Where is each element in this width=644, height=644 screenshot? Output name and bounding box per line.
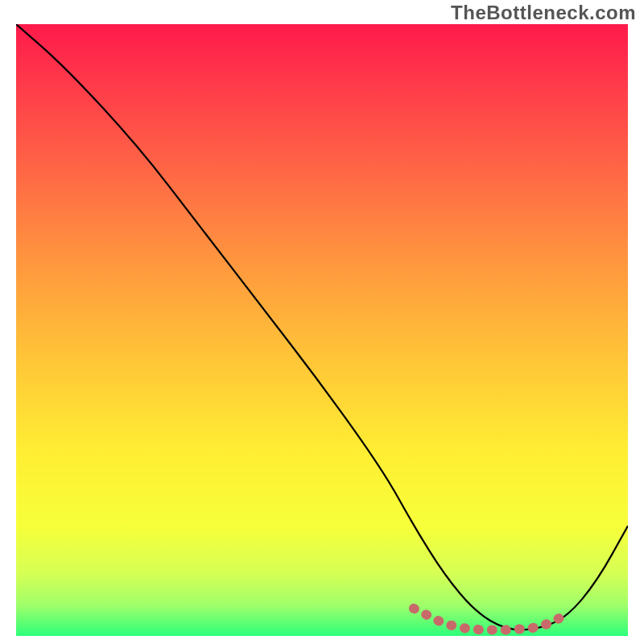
chart-container: TheBottleneck.com (0, 0, 644, 644)
gradient-background (16, 24, 628, 636)
plot-area (16, 24, 628, 636)
watermark-text: TheBottleneck.com (451, 2, 636, 24)
chart-svg (16, 24, 628, 636)
